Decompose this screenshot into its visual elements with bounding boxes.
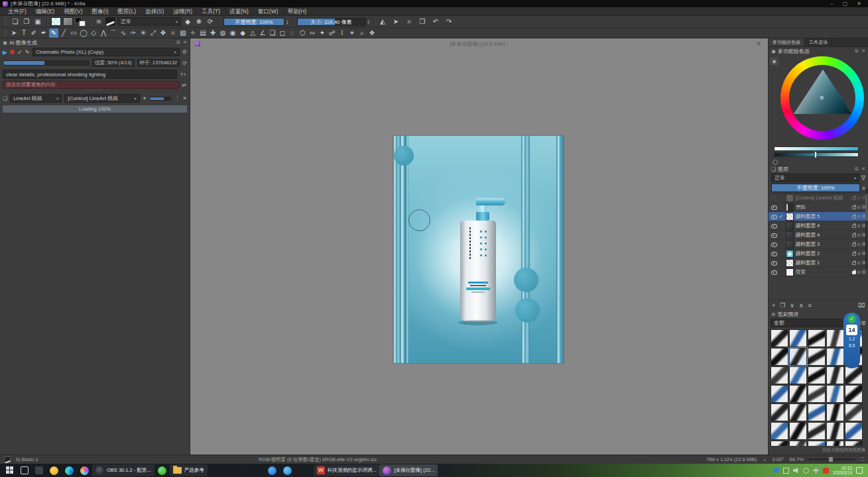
brush-preset-tile[interactable]	[826, 422, 844, 440]
minimize-button[interactable]: –	[830, 0, 833, 7]
control-strength-icon[interactable]: ✦	[143, 95, 147, 101]
close-button[interactable]: ✕	[857, 0, 861, 7]
swap-prompts-icon[interactable]: ⇄	[182, 82, 186, 88]
playback-icon[interactable]: ➤	[391, 17, 401, 26]
brush-preset-tile[interactable]	[808, 366, 826, 384]
bezier-select-tool[interactable]: ⌇	[338, 28, 347, 38]
select-shapes-tool[interactable]: ➤	[9, 28, 19, 38]
color-settings-icon[interactable]: ▣	[771, 58, 778, 65]
layer-filter-icon[interactable]: ∇	[861, 175, 865, 182]
alpha-icon[interactable]: α	[857, 195, 860, 200]
floating-security-widget[interactable]: ✓ 14 1.2 8.5	[843, 313, 860, 368]
clock[interactable]: 10:13 2025/3/19	[833, 466, 852, 475]
layer-row[interactable]: 空白α⚙	[769, 203, 868, 212]
layer-row[interactable]: 颜料图层 1α⚙	[769, 258, 868, 268]
lock-icon[interactable]	[852, 234, 856, 237]
menu-item-6[interactable]: 滤镜(R)	[169, 7, 196, 16]
layer-row[interactable]: 颜料图层 4α⚙	[769, 221, 868, 231]
opacity-spinner[interactable]: ▴▾	[286, 19, 288, 25]
control-layer-select[interactable]: [Control] LineArt 线稿 ▾	[64, 94, 139, 103]
ellipse-select-tool[interactable]: ◌	[288, 28, 297, 38]
preserve-alpha-icon[interactable]: ❋	[194, 17, 204, 26]
brush-tag-select[interactable]: 全部 ▾	[771, 319, 850, 327]
alpha-icon[interactable]: α	[857, 260, 860, 265]
pattern-edit-tool[interactable]: ▤	[198, 28, 208, 38]
lock-icon[interactable]	[852, 252, 856, 256]
multibrush-tool[interactable]: ✳	[139, 28, 148, 38]
brush-preset-tile[interactable]	[845, 422, 863, 440]
fg-bg-colors[interactable]	[75, 17, 86, 26]
freehand-select-tool[interactable]: ∾	[308, 28, 317, 38]
brush-preset-chip[interactable]	[4, 456, 11, 463]
tab-color-selector[interactable]: 多功能拾色器	[769, 38, 805, 46]
toolbar-grip[interactable]	[5, 18, 7, 26]
security-shield-icon[interactable]	[773, 468, 779, 474]
randomize-seed-icon[interactable]: ⟳	[182, 60, 187, 66]
gradient-tool[interactable]: ▧	[178, 28, 188, 38]
float-docker-icon[interactable]: ⧉	[855, 48, 858, 54]
brush-preset-tile[interactable]	[771, 329, 788, 347]
layer-blend-select[interactable]: 正常 ▾	[771, 174, 859, 182]
generate-play-icon[interactable]: ▶	[3, 49, 7, 56]
visibility-icon[interactable]	[771, 223, 777, 229]
brush-preset-tile[interactable]	[826, 441, 844, 446]
layer-row[interactable]: 背景α⚙	[769, 268, 868, 277]
alpha-icon[interactable]: α	[857, 223, 860, 228]
settings-gear-icon[interactable]: ⚙	[182, 49, 187, 55]
tab-tool-options[interactable]: 工具选项	[805, 38, 832, 46]
smart-patch-tool[interactable]: ✚	[208, 28, 217, 38]
duplicate-layer-button[interactable]: ❐	[780, 302, 785, 309]
usb-icon[interactable]	[813, 468, 819, 474]
new-document-icon[interactable]: ❏	[11, 17, 20, 26]
brush-preset-tile[interactable]	[808, 329, 826, 347]
brush-preset-tile[interactable]	[789, 403, 807, 421]
layer-list-scrollbar[interactable]	[865, 189, 867, 268]
edit-style-icon[interactable]: ✎	[25, 49, 30, 56]
menu-item-10[interactable]: 帮助(H)	[283, 7, 310, 16]
menu-item-5[interactable]: 选择(S)	[141, 7, 168, 16]
polygon-tool[interactable]: ◇	[89, 28, 98, 38]
brush-preset-tile[interactable]	[826, 385, 844, 403]
enclose-fill-tool[interactable]: ◆	[238, 28, 247, 38]
brush-preset-tile[interactable]	[771, 403, 788, 421]
negative-prompt-input[interactable]: 描述你想要避免的内容.	[3, 81, 179, 89]
opacity-slider[interactable]: 不透明度: 100%	[223, 18, 284, 26]
alpha-icon[interactable]: α	[857, 242, 860, 246]
add-layer-button[interactable]: +	[772, 302, 775, 309]
eraser-mode-icon[interactable]: ◆	[183, 17, 192, 26]
reference-images-tool[interactable]: ❏	[268, 28, 277, 38]
network-icon[interactable]	[803, 468, 809, 474]
line-tool[interactable]: ╱	[59, 28, 68, 38]
zoom-tool[interactable]: ⌕	[357, 28, 367, 38]
pattern-swatch[interactable]	[51, 17, 61, 26]
red-tray-icon[interactable]	[823, 468, 829, 474]
seed-field[interactable]: 种子: 137648132	[137, 59, 180, 67]
menu-item-1[interactable]: 编辑(E)	[32, 7, 58, 16]
lock-icon[interactable]	[852, 206, 856, 209]
snapshot-icon[interactable]: ⌗	[404, 17, 414, 26]
menu-item-2[interactable]: 视图(V)	[60, 7, 86, 16]
document-task-button[interactable]: W 科技浪潮的提示词调...	[314, 464, 380, 476]
calligraphy-tool[interactable]: ✒	[39, 28, 48, 38]
lock-icon[interactable]	[852, 262, 856, 265]
wechat-button[interactable]	[155, 464, 170, 476]
layer-properties-button[interactable]: ≡	[808, 302, 812, 309]
menu-item-4[interactable]: 图层(L)	[114, 7, 140, 16]
freehand-brush-tool[interactable]: ✎	[49, 28, 58, 38]
brush-preset-tile[interactable]	[771, 385, 788, 403]
redo-icon[interactable]: ↷	[444, 17, 454, 26]
color-history-swatch[interactable]	[773, 160, 778, 165]
advanced-color-selector[interactable]: ▣	[769, 55, 868, 165]
alpha-icon[interactable]: α	[857, 251, 860, 256]
brush-preset-tile[interactable]	[771, 441, 788, 446]
gradient-swatch[interactable]	[63, 17, 73, 26]
brush-preset-tile[interactable]	[808, 385, 826, 403]
similar-select-tool[interactable]: ✦	[318, 28, 327, 38]
shade-bar-dark[interactable]	[774, 152, 859, 157]
open-document-icon[interactable]: ❒	[22, 17, 31, 26]
visibility-icon[interactable]	[771, 204, 777, 211]
toolbar-grip[interactable]	[5, 29, 7, 37]
layer-settings-icon[interactable]: ⚙	[861, 269, 866, 275]
delete-layer-button[interactable]: ⌧	[858, 302, 865, 309]
volume-icon[interactable]	[793, 468, 799, 474]
